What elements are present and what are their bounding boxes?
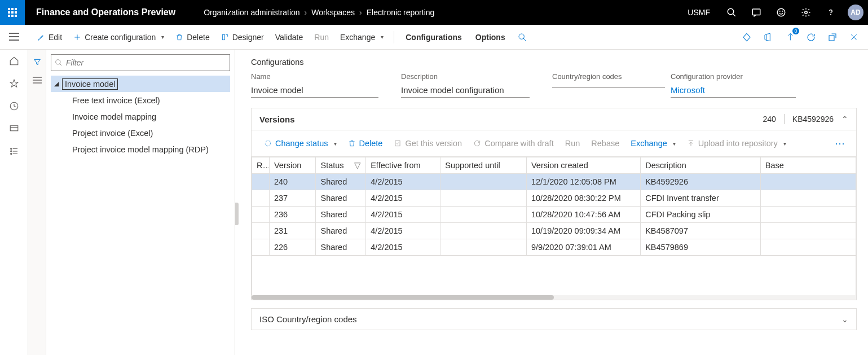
cell-base[interactable] xyxy=(760,223,856,239)
cell-created[interactable]: 10/19/2020 09:09:34 AM xyxy=(526,223,640,239)
col-header-desc[interactable]: Description xyxy=(641,157,761,174)
delete-button[interactable]: Delete xyxy=(170,29,215,45)
attach-icon[interactable]: 0 xyxy=(779,27,800,48)
splitter-handle[interactable] xyxy=(235,203,239,225)
create-configuration-button[interactable]: Create configuration▾ xyxy=(68,29,170,45)
favorite-icon[interactable] xyxy=(0,72,28,95)
breadcrumb-1[interactable]: Workspaces xyxy=(311,8,355,17)
cell-r[interactable] xyxy=(252,174,270,190)
cell-created[interactable]: 10/28/2020 10:47:56 AM xyxy=(526,207,640,223)
cell-desc[interactable]: CFDI Packing slip xyxy=(641,207,761,223)
tree-node-project-invoice[interactable]: Project invoice (Excel) xyxy=(51,125,230,141)
search-icon[interactable] xyxy=(719,0,744,25)
chevron-down-icon[interactable]: ⌄ xyxy=(841,315,848,324)
cell-version[interactable]: 236 xyxy=(269,207,316,223)
col-header-supported[interactable]: Supported until xyxy=(440,157,527,174)
breadcrumb-2[interactable]: Electronic reporting xyxy=(367,8,435,17)
iso-header[interactable]: ISO Country/region codes ⌄ xyxy=(252,309,856,330)
tree-node-invoice-model[interactable]: ◢ Invoice model xyxy=(51,76,230,92)
table-row[interactable]: 240Shared4/2/201512/1/2020 12:05:08 PMKB… xyxy=(252,174,856,190)
office-icon[interactable] xyxy=(757,27,779,48)
options-tab[interactable]: Options xyxy=(469,29,512,45)
field-value[interactable] xyxy=(552,84,665,88)
close-icon[interactable] xyxy=(843,27,865,48)
cell-r[interactable] xyxy=(252,207,270,223)
cell-r[interactable] xyxy=(252,190,270,207)
field-value-link[interactable]: Microsoft xyxy=(671,84,796,98)
cell-version[interactable]: 231 xyxy=(269,223,316,239)
avatar[interactable]: AD xyxy=(848,5,863,20)
versions-header[interactable]: Versions 240 KB4592926 ⌃ xyxy=(252,108,856,130)
designer-button[interactable]: Designer xyxy=(215,29,270,45)
company-code[interactable]: USMF xyxy=(688,8,710,17)
cell-effective[interactable]: 4/2/2015 xyxy=(366,239,440,256)
cell-base[interactable] xyxy=(760,239,856,256)
home-icon[interactable] xyxy=(0,50,28,72)
cell-status[interactable]: Shared xyxy=(316,190,366,207)
recent-icon[interactable] xyxy=(0,95,28,117)
cell-effective[interactable]: 4/2/2015 xyxy=(366,190,440,207)
cell-base[interactable] xyxy=(760,174,856,190)
cell-status[interactable]: Shared xyxy=(316,223,366,239)
cell-status[interactable]: Shared xyxy=(316,207,366,223)
col-header-effective[interactable]: Effective from xyxy=(366,157,440,174)
tree-node-project-mapping-rdp[interactable]: Project invoice model mapping (RDP) xyxy=(51,141,230,157)
diamond-icon[interactable] xyxy=(736,27,757,48)
cell-desc[interactable]: CFDI Invent transfer xyxy=(641,190,761,207)
field-value[interactable]: Invoice model xyxy=(251,84,378,98)
horizontal-scrollbar[interactable] xyxy=(252,295,856,300)
chevron-up-icon[interactable]: ⌃ xyxy=(841,115,848,124)
col-header-version[interactable]: Version xyxy=(269,157,316,174)
filter-icon[interactable]: ▽ xyxy=(354,161,361,170)
col-header-created[interactable]: Version created xyxy=(526,157,640,174)
table-row[interactable]: 237Shared4/2/201510/28/2020 08:30:22 PMC… xyxy=(252,190,856,207)
versions-exchange-button[interactable]: Exchange▾ xyxy=(625,137,681,150)
tree-node-free-text[interactable]: Free text invoice (Excel) xyxy=(51,92,230,108)
cell-desc[interactable]: KB4579869 xyxy=(641,239,761,256)
nav-toggle-button[interactable] xyxy=(0,25,28,50)
lines-icon[interactable] xyxy=(29,72,45,88)
cell-supported[interactable] xyxy=(440,190,527,207)
cell-supported[interactable] xyxy=(440,207,527,223)
cell-version[interactable]: 226 xyxy=(269,239,316,256)
exchange-button[interactable]: Exchange▾ xyxy=(334,29,389,45)
change-status-button[interactable]: Change status▾ xyxy=(258,137,342,150)
configurations-tab[interactable]: Configurations xyxy=(399,29,469,45)
col-header-status[interactable]: Status▽ xyxy=(316,157,366,174)
cell-effective[interactable]: 4/2/2015 xyxy=(366,207,440,223)
gear-icon[interactable] xyxy=(794,0,818,25)
refresh-icon[interactable] xyxy=(800,27,822,48)
edit-button[interactable]: Edit xyxy=(32,29,68,45)
col-header-r[interactable]: R... xyxy=(252,157,270,174)
cell-status[interactable]: Shared xyxy=(316,174,366,190)
cell-version[interactable]: 240 xyxy=(269,174,316,190)
cell-created[interactable]: 12/1/2020 12:05:08 PM xyxy=(526,174,640,190)
tree-collapse-icon[interactable]: ◢ xyxy=(51,80,62,87)
cell-effective[interactable]: 4/2/2015 xyxy=(366,223,440,239)
modules-icon[interactable] xyxy=(0,140,28,163)
more-actions-button[interactable]: ⋯ xyxy=(830,135,849,152)
filter-icon[interactable] xyxy=(29,54,45,70)
cell-created[interactable]: 10/28/2020 08:30:22 PM xyxy=(526,190,640,207)
cell-supported[interactable] xyxy=(440,223,527,239)
cell-supported[interactable] xyxy=(440,239,527,256)
smiley-icon[interactable] xyxy=(769,0,794,25)
cell-desc[interactable]: KB4592926 xyxy=(641,174,761,190)
breadcrumb-0[interactable]: Organization administration xyxy=(204,8,299,17)
cell-status[interactable]: Shared xyxy=(316,239,366,256)
cell-desc[interactable]: KB4587097 xyxy=(641,223,761,239)
col-header-base[interactable]: Base xyxy=(760,157,856,174)
cell-version[interactable]: 237 xyxy=(269,190,316,207)
table-row[interactable]: 236Shared4/2/201510/28/2020 10:47:56 AMC… xyxy=(252,207,856,223)
versions-delete-button[interactable]: Delete xyxy=(342,137,389,150)
app-launcher[interactable] xyxy=(0,0,25,25)
cell-base[interactable] xyxy=(760,190,856,207)
message-icon[interactable] xyxy=(744,0,769,25)
filter-input[interactable] xyxy=(66,58,226,67)
tree-node-model-mapping[interactable]: Invoice model mapping xyxy=(51,108,230,125)
cell-base[interactable] xyxy=(760,207,856,223)
cell-r[interactable] xyxy=(252,239,270,256)
table-row[interactable]: 231Shared4/2/201510/19/2020 09:09:34 AMK… xyxy=(252,223,856,239)
workspace-icon[interactable] xyxy=(0,117,28,140)
toolbar-search-button[interactable] xyxy=(512,29,532,45)
